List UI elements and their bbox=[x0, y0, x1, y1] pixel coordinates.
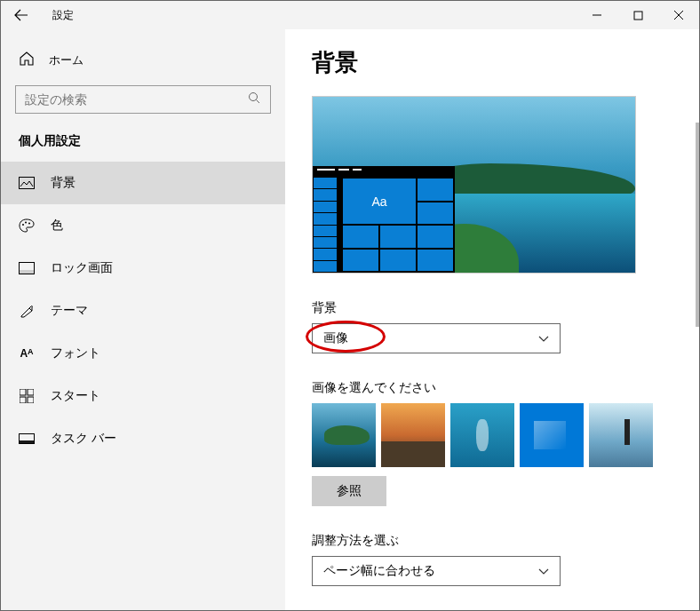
nav-label: 色 bbox=[51, 218, 63, 234]
chevron-down-icon bbox=[538, 564, 549, 578]
maximize-icon bbox=[633, 11, 643, 20]
svg-rect-11 bbox=[28, 397, 34, 403]
page-title: 背景 bbox=[312, 47, 685, 78]
svg-rect-13 bbox=[20, 440, 34, 443]
nav-item-colors[interactable]: 色 bbox=[1, 204, 285, 247]
background-type-dropdown[interactable]: 画像 bbox=[312, 323, 561, 353]
dropdown-value: 画像 bbox=[323, 330, 348, 346]
svg-point-4 bbox=[25, 222, 27, 224]
font-icon: AA bbox=[19, 347, 35, 360]
picture-thumbnails bbox=[312, 403, 685, 467]
home-label: ホーム bbox=[49, 52, 84, 68]
nav-label: タスク バー bbox=[51, 431, 116, 447]
back-arrow-icon bbox=[14, 8, 28, 22]
nav-item-fonts[interactable]: AA フォント bbox=[1, 332, 285, 375]
picture-thumb-4[interactable] bbox=[520, 403, 584, 467]
svg-rect-0 bbox=[634, 12, 642, 20]
background-label: 背景 bbox=[312, 300, 685, 316]
picture-thumb-5[interactable] bbox=[589, 403, 653, 467]
nav-item-background[interactable]: 背景 bbox=[1, 162, 285, 204]
window-title: 設定 bbox=[52, 8, 74, 23]
nav-label: テーマ bbox=[51, 303, 88, 319]
browse-button[interactable]: 参照 bbox=[312, 476, 386, 506]
svg-rect-7 bbox=[20, 270, 34, 274]
nav-item-start[interactable]: スタート bbox=[1, 375, 285, 417]
svg-rect-9 bbox=[28, 389, 34, 395]
search-icon bbox=[248, 91, 261, 107]
search-input[interactable] bbox=[25, 92, 248, 107]
svg-point-1 bbox=[250, 93, 258, 101]
minimize-button[interactable] bbox=[577, 1, 617, 29]
sidebar: ホーム 個人用設定 背景 色 ロック画面 テーマ AA フォント bbox=[1, 29, 285, 610]
scrollbar-thumb[interactable] bbox=[696, 123, 699, 327]
svg-rect-2 bbox=[20, 178, 35, 189]
lockscreen-icon bbox=[19, 262, 35, 274]
preview-accent-tile: Aa bbox=[343, 179, 416, 224]
nav-label: スタート bbox=[51, 388, 100, 404]
palette-icon bbox=[19, 218, 35, 233]
main-panel: 背景 Aa 背景 画像 bbox=[285, 29, 699, 610]
svg-rect-10 bbox=[20, 397, 26, 403]
nav-item-themes[interactable]: テーマ bbox=[1, 290, 285, 332]
dropdown-value: ページ幅に合わせる bbox=[323, 563, 435, 579]
nav-label: ロック画面 bbox=[51, 260, 113, 276]
close-icon bbox=[673, 10, 684, 20]
back-button[interactable] bbox=[1, 1, 42, 29]
svg-point-5 bbox=[28, 223, 30, 225]
nav-item-lockscreen[interactable]: ロック画面 bbox=[1, 247, 285, 290]
picture-thumb-2[interactable] bbox=[381, 403, 445, 467]
nav-label: フォント bbox=[51, 345, 100, 361]
svg-rect-8 bbox=[20, 389, 26, 395]
nav-item-taskbar[interactable]: タスク バー bbox=[1, 417, 285, 460]
picture-thumb-1[interactable] bbox=[312, 403, 376, 467]
home-link[interactable]: ホーム bbox=[1, 38, 285, 80]
nav-label: 背景 bbox=[51, 175, 76, 191]
window-controls bbox=[577, 1, 699, 29]
chevron-down-icon bbox=[538, 331, 549, 345]
minimize-icon bbox=[592, 10, 602, 20]
titlebar: 設定 bbox=[1, 1, 699, 29]
preview-start-menu: Aa bbox=[313, 166, 455, 273]
close-button[interactable] bbox=[658, 1, 699, 29]
start-icon bbox=[19, 389, 35, 403]
fit-dropdown[interactable]: ページ幅に合わせる bbox=[312, 556, 561, 586]
choose-picture-label: 画像を選んでください bbox=[312, 380, 685, 396]
theme-icon bbox=[19, 304, 35, 318]
fit-label: 調整方法を選ぶ bbox=[312, 533, 685, 549]
picture-thumb-3[interactable] bbox=[450, 403, 514, 467]
search-box[interactable] bbox=[15, 85, 271, 114]
section-title: 個人用設定 bbox=[1, 133, 285, 162]
maximize-button[interactable] bbox=[617, 1, 658, 29]
home-icon bbox=[19, 51, 35, 69]
picture-icon bbox=[19, 177, 35, 189]
taskbar-icon bbox=[19, 433, 35, 444]
desktop-preview: Aa bbox=[312, 96, 636, 274]
svg-point-3 bbox=[22, 224, 24, 226]
